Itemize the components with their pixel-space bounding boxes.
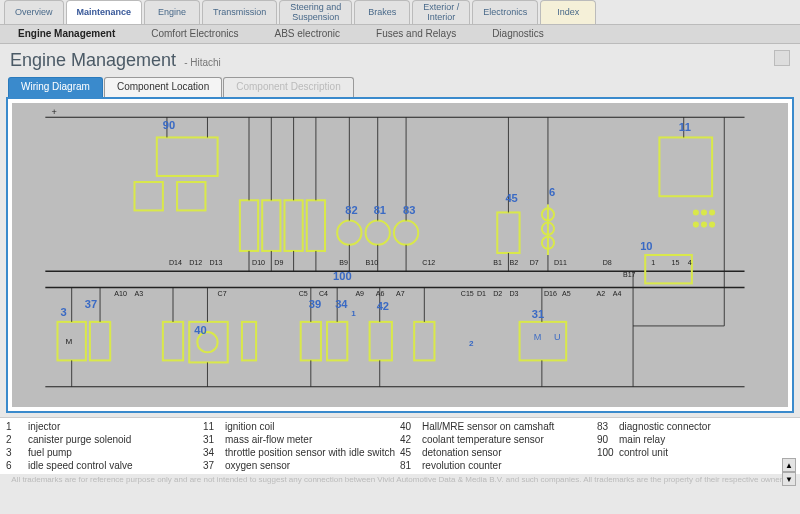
diagram-component-83[interactable]: 83 bbox=[403, 204, 415, 216]
legend-num: 42 bbox=[400, 434, 422, 445]
pin-label: C12 bbox=[422, 259, 435, 267]
pin-label: D13 bbox=[209, 259, 222, 267]
page-subtitle: - Hitachi bbox=[184, 57, 221, 68]
section-tabs: Wiring DiagramComponent LocationComponen… bbox=[8, 77, 800, 97]
pin-label: D14 bbox=[169, 259, 182, 267]
section-tab-1[interactable]: Component Location bbox=[104, 77, 222, 97]
svg-rect-8 bbox=[240, 200, 258, 251]
legend-col-1: 11ignition coil31mass air-flow meter34th… bbox=[203, 420, 400, 472]
diagram-component-31[interactable]: 31 bbox=[532, 308, 544, 320]
sub-tab-0[interactable]: Engine Management bbox=[0, 25, 133, 43]
diagram-component-82[interactable]: 82 bbox=[345, 204, 357, 216]
svg-point-14 bbox=[394, 221, 418, 245]
legend-num: 37 bbox=[203, 460, 225, 471]
legend-label: coolant temperature sensor bbox=[422, 434, 544, 445]
diagram-component-42[interactable]: 42 bbox=[377, 300, 389, 312]
pin-label: A3 bbox=[135, 290, 144, 298]
wiring-diagram-frame: + bbox=[6, 97, 794, 413]
pin-label: B17 bbox=[623, 271, 636, 279]
legend-label: main relay bbox=[619, 434, 665, 445]
wiring-diagram[interactable]: + bbox=[12, 103, 788, 407]
legend-row-37: 37oxygen sensor bbox=[203, 459, 400, 472]
diagram-component-90[interactable]: 90 bbox=[163, 119, 175, 131]
pin-label: D11 bbox=[554, 259, 567, 267]
legend-col-0: 1injector2canister purge solenoid3fuel p… bbox=[6, 420, 203, 472]
svg-rect-10 bbox=[284, 200, 302, 251]
legend-num: 6 bbox=[6, 460, 28, 471]
legend-row-34: 34throttle position sensor with idle swi… bbox=[203, 446, 400, 459]
legend-num: 81 bbox=[400, 460, 422, 471]
diagram-component-39[interactable]: 39 bbox=[309, 298, 321, 310]
top-tab-8[interactable]: Index bbox=[540, 0, 596, 24]
sub-tab-2[interactable]: ABS electronic bbox=[257, 25, 359, 43]
pin-label: A5 bbox=[562, 290, 571, 298]
legend-label: oxygen sensor bbox=[225, 460, 290, 471]
top-tab-7[interactable]: Electronics bbox=[472, 0, 538, 24]
diagram-component-81[interactable]: 81 bbox=[374, 204, 386, 216]
pin-label: B2 bbox=[509, 259, 518, 267]
svg-rect-15 bbox=[497, 212, 519, 253]
top-tab-6[interactable]: Exterior / Interior bbox=[412, 0, 470, 24]
legend-row-100: 100control unit bbox=[597, 446, 794, 459]
svg-rect-28 bbox=[327, 322, 347, 361]
sub-tab-1[interactable]: Comfort Electronics bbox=[133, 25, 256, 43]
legend-num: 40 bbox=[400, 421, 422, 432]
legend-label: canister purge solenoid bbox=[28, 434, 131, 445]
top-tab-1[interactable]: Maintenance bbox=[66, 0, 143, 24]
menu-icon[interactable] bbox=[774, 50, 790, 66]
diagram-component-34[interactable]: 34 bbox=[335, 298, 348, 310]
top-tab-4[interactable]: Steering and Suspension bbox=[279, 0, 352, 24]
scroll-down-icon[interactable]: ▼ bbox=[782, 472, 796, 486]
diagram-component-3[interactable]: 3 bbox=[61, 306, 67, 318]
diagram-component-45[interactable]: 45 bbox=[505, 192, 517, 204]
svg-rect-11 bbox=[307, 200, 325, 251]
pin-label: D1 bbox=[477, 290, 486, 298]
svg-rect-27 bbox=[301, 322, 321, 361]
scroll-up-icon[interactable]: ▲ bbox=[782, 458, 796, 472]
legend-row-83: 83diagnostic connector bbox=[597, 420, 794, 433]
svg-rect-5 bbox=[157, 137, 218, 176]
diagram-component-11[interactable]: 11 bbox=[679, 121, 691, 133]
top-tab-0[interactable]: Overview bbox=[4, 0, 64, 24]
sub-tab-3[interactable]: Fuses and Relays bbox=[358, 25, 474, 43]
svg-text:+: + bbox=[51, 107, 56, 117]
diagram-component-100[interactable]: 100 bbox=[333, 270, 352, 282]
legend-row-6: 6idle speed control valve bbox=[6, 459, 203, 472]
legend-label: ignition coil bbox=[225, 421, 274, 432]
diagram-component-1[interactable]: 1 bbox=[351, 309, 356, 318]
svg-point-12 bbox=[337, 221, 361, 245]
top-tab-5[interactable]: Brakes bbox=[354, 0, 410, 24]
pin-label: B10 bbox=[366, 259, 379, 267]
diagram-component-6[interactable]: 6 bbox=[549, 186, 555, 198]
pin-label: D16 bbox=[544, 290, 557, 298]
legend-num: 45 bbox=[400, 447, 422, 458]
legend-label: injector bbox=[28, 421, 60, 432]
svg-text:U: U bbox=[554, 332, 561, 342]
svg-point-34 bbox=[710, 210, 714, 214]
top-tab-2[interactable]: Engine bbox=[144, 0, 200, 24]
top-tab-3[interactable]: Transmission bbox=[202, 0, 277, 24]
diagram-component-40[interactable]: 40 bbox=[194, 324, 206, 336]
svg-rect-29 bbox=[370, 322, 392, 361]
legend-table: 1injector2canister purge solenoid3fuel p… bbox=[0, 417, 800, 474]
footer-disclaimer: All trademarks are for reference purpose… bbox=[0, 474, 800, 487]
pin-label: D3 bbox=[509, 290, 518, 298]
legend-label: Hall/MRE sensor on camshaft bbox=[422, 421, 554, 432]
diagram-component-10[interactable]: 10 bbox=[640, 240, 652, 252]
section-tab-0[interactable]: Wiring Diagram bbox=[8, 77, 103, 97]
svg-text:M: M bbox=[66, 337, 73, 346]
svg-rect-9 bbox=[262, 200, 280, 251]
pin-label: A10 bbox=[114, 290, 127, 298]
pin-label: A4 bbox=[613, 290, 622, 298]
pin-label: D2 bbox=[493, 290, 502, 298]
legend-num: 34 bbox=[203, 447, 225, 458]
diagram-component-37[interactable]: 37 bbox=[85, 298, 97, 310]
pin-label: A9 bbox=[355, 290, 364, 298]
legend-row-81: 81revolution counter bbox=[400, 459, 597, 472]
pin-label: C4 bbox=[319, 290, 328, 298]
legend-num: 2 bbox=[6, 434, 28, 445]
svg-point-13 bbox=[366, 221, 390, 245]
sub-tab-4[interactable]: Diagnostics bbox=[474, 25, 562, 43]
diagram-component-2[interactable]: 2 bbox=[469, 339, 474, 348]
sub-tabs: Engine ManagementComfort ElectronicsABS … bbox=[0, 24, 800, 44]
